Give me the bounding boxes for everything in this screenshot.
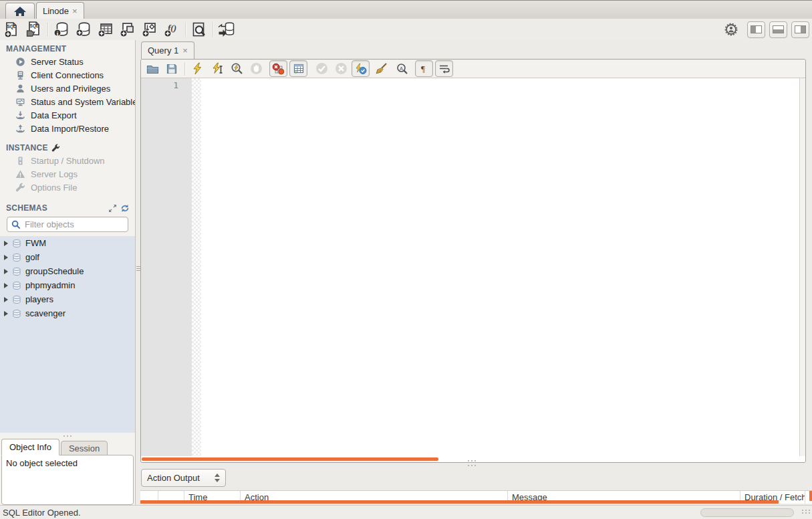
expander-icon[interactable] [4,269,8,274]
create-view-icon[interactable] [119,21,136,38]
execute-icon[interactable] [192,62,202,75]
home-tab[interactable] [5,3,35,19]
create-procedure-icon[interactable] [141,21,158,38]
explain-icon[interactable] [231,62,243,75]
home-icon [13,6,27,17]
sidebar-item-data-import[interactable]: Data Import/Restore [0,122,135,135]
bottom-panel-icon [773,25,784,33]
main-toolbar-right [724,19,812,40]
expander-icon[interactable] [4,297,8,302]
toggle-bottom-panel-button[interactable] [769,21,787,38]
sidebar-item-options-file[interactable]: Options File [0,181,135,194]
editor-output-splitter[interactable] [468,460,476,461]
create-schema-icon[interactable] [75,21,92,38]
schema-row-scavenger[interactable]: scavenger [0,306,135,320]
sidebar-item-server-status[interactable]: Server Status [0,55,135,68]
execute-current-icon[interactable] [212,62,224,75]
limit-rows-button[interactable] [289,60,307,77]
create-table-icon[interactable] [97,21,114,38]
query-tab-label: Query 1 [148,45,178,56]
sql-text-area[interactable] [201,78,799,456]
sidebar-item-status-variables[interactable]: Status and System Variables [0,95,135,108]
tab-object-info[interactable]: Object Info [1,439,59,455]
schema-row-players[interactable]: players [0,292,135,306]
main-area: Query 1 × A ¶ [140,40,812,505]
filter-objects-input[interactable]: Filter objects [7,217,128,232]
pilcrow-icon: ¶ [420,64,428,74]
find-icon[interactable]: A [396,63,408,75]
window-tab-bar: Linode × [0,0,812,19]
rollback-icon[interactable] [335,62,348,75]
schema-row-golf[interactable]: golf [0,250,135,264]
new-query-tab-icon[interactable]: SQL [3,21,21,38]
options-file-icon [15,183,25,193]
sidebar-splitter[interactable] [0,433,135,439]
toggle-right-panel-button[interactable] [791,21,809,38]
schema-row-groupschedule[interactable]: groupSchedule [0,264,135,278]
output-hscrollbar-thumb[interactable] [140,500,779,504]
close-tab-icon[interactable]: × [72,7,78,15]
toggle-left-panel-button[interactable] [747,21,765,38]
filter-placeholder: Filter objects [25,219,74,229]
query-tab[interactable]: Query 1 × [141,41,194,59]
sidebar-item-data-export[interactable]: Data Export [0,108,135,122]
schema-icon [12,281,21,290]
editor-body: 1 [141,78,805,456]
open-script-icon[interactable] [146,63,159,75]
clean-icon[interactable] [375,63,388,75]
data-export-icon [15,110,25,120]
save-script-icon[interactable] [166,63,178,75]
stop-icon[interactable] [250,62,263,75]
schema-icon [12,239,21,248]
hscrollbar-thumb[interactable] [142,457,438,461]
commit-icon[interactable] [315,62,328,75]
output-vscrollbar-thumb[interactable] [809,491,812,501]
startup-shutdown-icon [15,156,25,166]
database-inspector-icon[interactable]: i [53,21,70,38]
expander-icon[interactable] [4,241,8,246]
create-function-icon[interactable]: f() [163,21,180,38]
wrap-text-icon [438,64,450,74]
schema-row-fwm[interactable]: FWM [0,236,135,250]
status-variables-icon [15,97,25,107]
show-invisibles-button[interactable]: ¶ [415,60,433,77]
schema-icon [12,309,21,318]
schemas-section-title: SCHEMAS [0,202,135,214]
schema-tree: FWM golf groupSchedule phpmyadmin player… [0,236,135,433]
toggle-stop-on-error-button[interactable] [269,60,287,77]
schema-icon [12,253,21,262]
action-output-select[interactable]: Action Output [141,469,226,487]
connection-tab[interactable]: Linode × [36,2,84,19]
data-transfer-icon[interactable] [218,21,235,38]
schema-row-phpmyadmin[interactable]: phpmyadmin [0,278,135,292]
sql-editor-toolbar: A ¶ [141,60,805,78]
toggle-autocommit-button[interactable] [352,60,370,77]
expander-icon[interactable] [4,283,8,288]
refresh-schemas-icon[interactable] [120,204,130,213]
tab-session[interactable]: Session [61,441,108,455]
schema-icon [12,267,21,276]
search-data-icon[interactable] [190,21,208,38]
wrap-text-button[interactable] [435,60,453,77]
separator [47,22,48,37]
sidebar: MANAGEMENT Server Status Client Connecti… [0,40,136,505]
expander-icon[interactable] [4,255,8,260]
query-tab-close-icon[interactable]: × [182,46,188,55]
workbench-assistant-icon[interactable] [724,23,738,36]
sidebar-item-users-privileges[interactable]: Users and Privileges [0,82,135,95]
sidebar-item-client-connections[interactable]: Client Connections [0,68,135,82]
open-sql-script-icon[interactable]: SQL [25,21,43,38]
resize-grip[interactable] [802,510,810,514]
expand-schemas-icon[interactable] [108,204,117,213]
expander-icon[interactable] [4,311,8,316]
info-tab-bar: Object Info Session [0,439,135,455]
sidebar-item-server-logs[interactable]: Server Logs [0,167,135,181]
editor-output-splitter-grip[interactable] [468,465,476,466]
status-text: SQL Editor Opened. [3,508,81,518]
users-icon [15,84,25,94]
sidebar-item-startup-shutdown[interactable]: Startup / Shutdown [0,154,135,167]
right-panel-icon [795,25,806,33]
svg-text:¶: ¶ [421,64,425,74]
sql-editor: A ¶ 1 [140,59,806,463]
editor-vscrollbar[interactable] [799,78,805,456]
